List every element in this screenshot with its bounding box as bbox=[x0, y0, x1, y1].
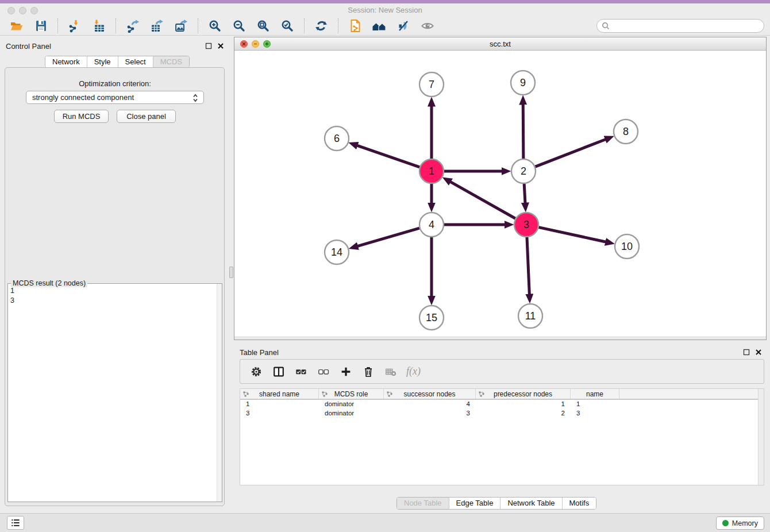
import-table-button[interactable] bbox=[90, 17, 108, 34]
home-button[interactable] bbox=[370, 17, 388, 34]
delete-table-button[interactable] bbox=[383, 364, 399, 380]
show-graphics-details-button[interactable] bbox=[418, 17, 437, 34]
delete-column-button[interactable] bbox=[360, 364, 376, 380]
close-icon bbox=[217, 43, 224, 49]
zoom-out-button[interactable] bbox=[230, 17, 248, 34]
graph-edge-1-6[interactable] bbox=[357, 145, 419, 167]
save-session-button[interactable] bbox=[32, 17, 50, 34]
graph-node-1[interactable]: 1 bbox=[419, 159, 444, 183]
node-table-body: 1dominator4113dominator323 bbox=[240, 400, 764, 418]
graph-edge-3-11[interactable] bbox=[527, 237, 529, 294]
graph-node-3[interactable]: 3 bbox=[514, 213, 538, 237]
graph-node-4[interactable]: 4 bbox=[419, 213, 444, 237]
import-network-button[interactable] bbox=[66, 17, 84, 34]
tab-network-table[interactable]: Network Table bbox=[500, 498, 562, 509]
tab-select[interactable]: Select bbox=[118, 56, 153, 67]
tab-style[interactable]: Style bbox=[87, 56, 118, 67]
show-columns-button[interactable] bbox=[271, 364, 287, 380]
graph-node-9[interactable]: 9 bbox=[511, 71, 535, 95]
close-panel-button[interactable]: Close panel bbox=[117, 110, 176, 123]
memory-button[interactable]: Memory bbox=[716, 516, 764, 530]
network-from-file-button[interactable] bbox=[346, 17, 364, 34]
search-input[interactable] bbox=[613, 20, 764, 32]
graph-node-14[interactable]: 14 bbox=[325, 240, 349, 264]
mcds-result-text[interactable]: 1 3 bbox=[10, 286, 215, 499]
column-header-name[interactable]: name bbox=[571, 389, 619, 399]
task-history-button[interactable] bbox=[7, 516, 24, 530]
column-settings-button[interactable] bbox=[248, 364, 264, 380]
hide-annotations-button[interactable] bbox=[394, 17, 413, 34]
export-table-button[interactable] bbox=[148, 17, 166, 34]
select-all-columns-button[interactable] bbox=[293, 364, 309, 380]
vertical-splitter-handle[interactable] bbox=[229, 267, 233, 278]
column-header-successor-nodes[interactable]: successor nodes bbox=[384, 389, 476, 399]
column-type-icon bbox=[387, 391, 392, 397]
add-column-button[interactable] bbox=[338, 364, 354, 380]
tab-motifs[interactable]: Motifs bbox=[563, 498, 596, 509]
float-icon bbox=[743, 349, 750, 356]
export-network-button[interactable] bbox=[124, 17, 142, 34]
column-header-shared-name[interactable]: shared name bbox=[240, 389, 319, 399]
zoom-fit-icon bbox=[256, 19, 270, 33]
graph-edge-2-9[interactable] bbox=[523, 105, 523, 159]
tab-mcds[interactable]: MCDS bbox=[153, 56, 189, 67]
open-session-button[interactable] bbox=[7, 17, 26, 34]
criterion-value: strongly connected component bbox=[32, 93, 134, 102]
graph-node-8[interactable]: 8 bbox=[614, 119, 638, 144]
table-cell: 1 bbox=[240, 400, 319, 409]
column-header-predecessor-nodes[interactable]: predecessor nodes bbox=[476, 389, 571, 399]
graph-node-10[interactable]: 10 bbox=[615, 234, 639, 259]
tab-node-table[interactable]: Node Table bbox=[397, 498, 449, 509]
table-row[interactable]: 1dominator411 bbox=[240, 400, 764, 409]
apply-function-button[interactable]: f(x) bbox=[406, 365, 421, 377]
export-image-button[interactable] bbox=[172, 17, 190, 34]
zoom-fit-button[interactable] bbox=[254, 17, 272, 34]
network-graph[interactable]: 7968124314101511 bbox=[234, 51, 766, 336]
network-canvas[interactable]: 7968124314101511 bbox=[234, 51, 766, 336]
search-field[interactable] bbox=[596, 19, 764, 33]
graph-edge-2-3[interactable] bbox=[524, 184, 525, 203]
apply-layout-button[interactable] bbox=[312, 17, 330, 34]
column-type-icon bbox=[479, 391, 484, 397]
tab-network[interactable]: Network bbox=[45, 56, 87, 67]
network-file-icon bbox=[348, 19, 362, 33]
import-network-icon bbox=[68, 19, 82, 33]
graph-edge-4-14[interactable] bbox=[357, 228, 419, 246]
control-panel-close-button[interactable] bbox=[217, 42, 224, 49]
toolbar-separator bbox=[116, 18, 116, 33]
graph-edge-2-8[interactable] bbox=[536, 140, 606, 167]
table-panel-close-button[interactable] bbox=[754, 348, 762, 356]
graph-node-11[interactable]: 11 bbox=[518, 304, 542, 328]
graph-edge-3-10[interactable] bbox=[538, 228, 605, 242]
graph-node-6[interactable]: 6 bbox=[325, 126, 349, 151]
control-panel-float-button[interactable] bbox=[205, 42, 212, 49]
table-panel-float-button[interactable] bbox=[742, 348, 750, 356]
graph-node-2[interactable]: 2 bbox=[511, 159, 536, 183]
zoom-in-button[interactable] bbox=[206, 17, 224, 34]
checked-boxes-icon bbox=[295, 365, 307, 378]
run-mcds-button[interactable]: Run MCDS bbox=[54, 110, 109, 123]
unselect-all-columns-button[interactable] bbox=[315, 364, 332, 380]
export-image-icon bbox=[174, 19, 188, 33]
trash-icon bbox=[362, 365, 375, 378]
home-icon bbox=[372, 19, 387, 33]
hide-annotations-icon bbox=[396, 19, 410, 33]
table-row[interactable]: 3dominator323 bbox=[240, 409, 764, 418]
graph-edge-3-1[interactable] bbox=[451, 182, 515, 219]
table-cell: 2 bbox=[476, 409, 571, 418]
node-table-header: shared nameMCDS rolesuccessor nodesprede… bbox=[240, 389, 764, 400]
table-scrollbar[interactable] bbox=[758, 389, 764, 485]
graph-node-7[interactable]: 7 bbox=[419, 72, 444, 97]
zoom-selected-button[interactable] bbox=[278, 17, 297, 34]
table-panel-title: Table Panel bbox=[240, 348, 279, 357]
column-header-MCDS-role[interactable]: MCDS role bbox=[319, 389, 384, 399]
result-scrollbar[interactable] bbox=[217, 284, 222, 502]
graph-node-15[interactable]: 15 bbox=[419, 306, 444, 330]
network-window-titlebar[interactable]: scc.txt bbox=[234, 37, 766, 51]
svg-text:11: 11 bbox=[525, 310, 536, 322]
criterion-select[interactable]: strongly connected component bbox=[26, 91, 204, 104]
toolbar-separator bbox=[338, 18, 338, 33]
svg-text:3: 3 bbox=[523, 219, 529, 230]
tab-edge-table[interactable]: Edge Table bbox=[449, 498, 501, 509]
column-type-icon bbox=[243, 391, 249, 397]
